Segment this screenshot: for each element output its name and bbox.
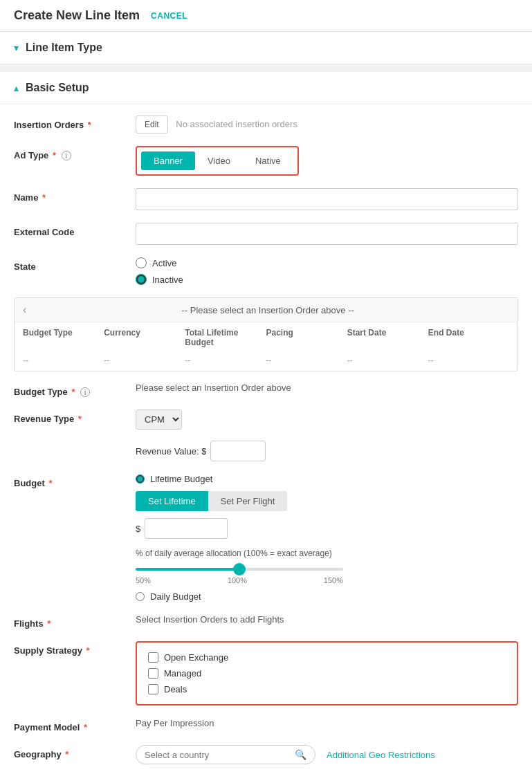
revenue-type-select[interactable]: CPM CPC CPA CPV	[136, 410, 181, 429]
cancel-button[interactable]: CANCEL	[151, 11, 187, 21]
budget-type-info-icon[interactable]: i	[80, 387, 90, 397]
io-val-pacing: --	[266, 356, 347, 365]
daily-budget-row: Daily Budget	[136, 591, 518, 602]
state-active-radio[interactable]	[136, 257, 147, 268]
budget-tab-group: Set Lifetime Set Per Flight	[136, 491, 287, 511]
supply-open-exchange-checkbox[interactable]	[148, 652, 158, 663]
io-table-columns: Budget Type Currency Total Lifetime Budg…	[15, 322, 517, 353]
revenue-type-row: Revenue Type * CPM CPC CPA CPV Revenue V…	[14, 409, 518, 461]
ad-type-native-button[interactable]: Native	[243, 151, 293, 170]
io-col-budget-type: Budget Type	[23, 328, 104, 347]
io-col-pacing: Pacing	[266, 328, 347, 347]
no-io-text: No associated insertion orders	[176, 119, 297, 129]
revenue-type-required: *	[78, 414, 82, 424]
supply-deals-label: Deals	[164, 684, 187, 694]
state-control: Active Inactive	[136, 257, 518, 285]
supply-strategy-label: Supply Strategy *	[14, 641, 125, 656]
budget-amount-row: $	[136, 518, 518, 539]
name-control	[136, 188, 518, 210]
insertion-orders-label: Insertion Orders *	[14, 116, 125, 130]
external-code-label: External Code	[14, 223, 125, 237]
line-item-type-title: Line Item Type	[26, 42, 102, 54]
supply-strategy-required: *	[86, 645, 90, 656]
io-val-total-lifetime: --	[185, 356, 266, 365]
budget-label: Budget *	[14, 474, 125, 488]
page-header: Create New Line Item CANCEL	[0, 0, 532, 32]
line-item-type-section: ▾ Line Item Type	[0, 32, 532, 65]
budget-type-label: Budget Type * i	[14, 383, 125, 397]
io-table-message: -- Please select an Insertion Order abov…	[26, 305, 509, 315]
geo-input-wrap: 🔍	[136, 745, 315, 764]
external-code-row: External Code	[14, 223, 518, 245]
external-code-input[interactable]	[136, 223, 518, 245]
range-labels: 50% 100% 150%	[136, 576, 343, 584]
lifetime-budget-label: Lifetime Budget	[150, 474, 212, 484]
state-inactive-option[interactable]: Inactive	[136, 274, 518, 285]
pacing-slider[interactable]	[136, 568, 343, 571]
line-item-type-chevron: ▾	[14, 42, 19, 53]
payment-model-row: Payment Model * Pay Per Impression	[14, 718, 518, 732]
budget-tab-group-wrapper: Set Lifetime Set Per Flight	[136, 491, 518, 511]
supply-open-exchange-label: Open Exchange	[164, 652, 228, 663]
budget-row: Budget * Lifetime Budget Set Lifetime Se…	[14, 474, 518, 602]
range-max: 150%	[324, 576, 343, 584]
io-val-budget-type: --	[23, 356, 104, 365]
io-table-values: -- -- -- -- -- --	[15, 353, 517, 371]
range-mid: 100%	[228, 576, 247, 584]
supply-strategy-row: Supply Strategy * Open Exchange Managed	[14, 641, 518, 706]
pacing-label: % of daily average allocation (100% = ex…	[136, 549, 518, 558]
line-item-type-header[interactable]: ▾ Line Item Type	[0, 32, 532, 64]
budget-control: Lifetime Budget Set Lifetime Set Per Fli…	[136, 474, 518, 602]
divider	[0, 66, 532, 72]
payment-model-required: *	[84, 722, 87, 732]
basic-setup-header[interactable]: ▴ Basic Setup	[0, 72, 532, 104]
basic-setup-title: Basic Setup	[26, 82, 89, 94]
budget-type-message: Please select an Insertion Order above	[136, 383, 291, 393]
daily-budget-label: Daily Budget	[150, 591, 201, 602]
ad-type-info-icon[interactable]: i	[62, 151, 71, 160]
edit-io-button[interactable]: Edit	[136, 116, 168, 133]
geography-control: 🔍 Additional Geo Restrictions	[136, 745, 518, 764]
revenue-value-input[interactable]	[210, 441, 266, 461]
flights-control: Select Insertion Orders to add Flights	[136, 614, 518, 625]
state-row: State Active Inactive	[14, 257, 518, 285]
payment-model-control: Pay Per Impression	[136, 718, 518, 728]
ad-type-row: Ad Type * i Banner Video Native	[14, 146, 518, 176]
io-val-currency: --	[104, 356, 185, 365]
io-required: *	[88, 120, 91, 130]
revenue-type-select-wrap: CPM CPC CPA CPV	[136, 409, 182, 430]
supply-deals-checkbox[interactable]	[148, 684, 158, 694]
set-per-flight-button[interactable]: Set Per Flight	[208, 491, 288, 511]
state-inactive-label: Inactive	[152, 275, 183, 285]
basic-setup-chevron: ▴	[14, 82, 19, 93]
state-active-option[interactable]: Active	[136, 257, 518, 268]
state-inactive-radio[interactable]	[136, 274, 147, 285]
page-title: Create New Line Item	[14, 8, 140, 23]
io-col-start-date: Start Date	[347, 328, 428, 347]
name-row: Name *	[14, 188, 518, 210]
ad-type-video-button[interactable]: Video	[195, 151, 243, 170]
geo-extra-link[interactable]: Additional Geo Restrictions	[327, 750, 435, 760]
supply-managed-label: Managed	[164, 668, 201, 679]
geography-required: *	[65, 749, 68, 759]
payment-model-value: Pay Per Impression	[136, 714, 214, 728]
ad-type-control: Banner Video Native	[136, 146, 518, 176]
io-table: ‹ -- Please select an Insertion Order ab…	[14, 297, 518, 371]
budget-type-control: Please select an Insertion Order above	[136, 383, 518, 393]
lifetime-budget-radio[interactable]	[136, 474, 145, 483]
lifetime-budget-radio-row: Lifetime Budget	[136, 474, 518, 484]
name-input[interactable]	[136, 188, 518, 210]
supply-managed-checkbox[interactable]	[148, 668, 158, 679]
state-radio-group: Active Inactive	[136, 257, 518, 285]
revenue-value-row: Revenue Value: $	[136, 441, 518, 461]
pacing-section: % of daily average allocation (100% = ex…	[136, 549, 518, 584]
set-lifetime-button[interactable]: Set Lifetime	[136, 491, 208, 511]
geography-input[interactable]	[145, 750, 295, 760]
budget-dollar-sign: $	[136, 524, 140, 534]
budget-type-required: *	[71, 387, 75, 397]
daily-budget-radio[interactable]	[136, 592, 145, 601]
supply-strategy-control: Open Exchange Managed Deals	[136, 641, 518, 706]
state-label: State	[14, 257, 125, 272]
budget-amount-input[interactable]	[145, 518, 228, 539]
ad-type-banner-button[interactable]: Banner	[141, 151, 195, 170]
